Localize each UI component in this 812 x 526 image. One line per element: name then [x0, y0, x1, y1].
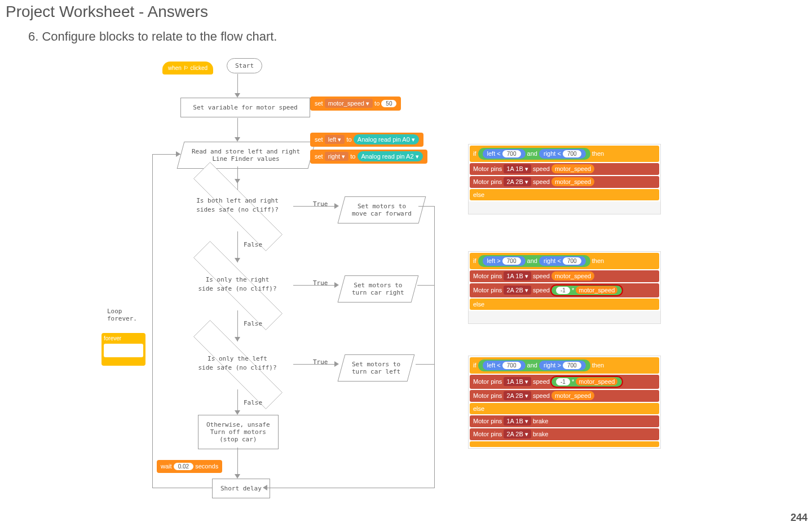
- true-label-3: True: [313, 358, 328, 366]
- set-variable-node: Set variable for motor speed: [180, 98, 310, 117]
- decision-right-safe: Is only the right side safe (no cliff)?: [181, 260, 294, 310]
- set-motor-speed-block: set motor_speed ▾ to 50: [310, 97, 401, 111]
- instruction: 6. Configure blocks to relate to the flo…: [0, 24, 812, 50]
- code-block-1: if left < 700 and right < 700 then Motor…: [468, 144, 661, 214]
- code-block-2: if left > 700 and right < 700 then Motor…: [468, 251, 661, 324]
- false-label-2: False: [244, 320, 262, 327]
- flowchart-container: when 🏳 clicked Start Set variable for mo…: [102, 54, 468, 516]
- page-number: 244: [791, 512, 807, 524]
- read-store-node: Read and store left and right Line Finde…: [177, 142, 316, 169]
- decision-left-safe: Is only the left side safe (no cliff)?: [181, 339, 294, 389]
- false-label-1: False: [244, 241, 262, 248]
- loop-forever-label: Loop forever.: [107, 308, 137, 322]
- when-clicked-block: when 🏳 clicked: [162, 62, 213, 74]
- action-turn-right: Set motors to turn car right: [338, 275, 419, 303]
- page-title: Project Worksheet - Answers: [0, 0, 812, 24]
- action-forward: Set motors to move car forward: [338, 196, 426, 223]
- decision-both-safe: Is both left and right sides safe (no cl…: [181, 181, 294, 231]
- code-block-3: if left < 700 and right > 700 then Motor…: [468, 356, 661, 449]
- false-label-3: False: [244, 399, 262, 406]
- true-label-1: True: [313, 200, 328, 208]
- true-label-2: True: [313, 279, 328, 287]
- wait-block: wait 0.02 seconds: [157, 460, 222, 473]
- forever-block: forever: [102, 333, 145, 366]
- start-node: Start: [227, 58, 262, 73]
- set-left-block: set left ▾ to Analog read pin A0 ▾: [310, 133, 423, 147]
- set-right-block: set right ▾ to Analog read pin A2 ▾: [310, 150, 427, 164]
- short-delay-node: Short delay: [212, 479, 270, 498]
- otherwise-node: Otherwise, unsafe Turn off motors (stop …: [198, 415, 279, 449]
- action-turn-left: Set motors to turn car left: [338, 354, 415, 382]
